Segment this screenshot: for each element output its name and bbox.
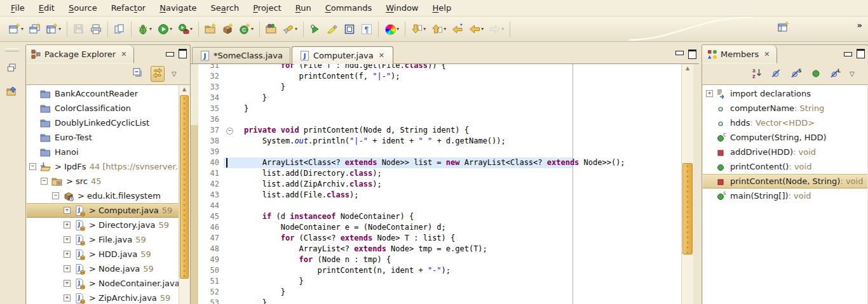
new-package-button[interactable] (220, 22, 234, 36)
dropdown-arrow-icon[interactable]: ▾ (501, 27, 504, 32)
code-line[interactable]: list.add(ZipArchiv.class); (226, 179, 382, 190)
hide-fields-button[interactable] (770, 66, 783, 82)
expand-toggle-icon[interactable]: + (64, 207, 71, 214)
tree-item[interactable]: +J> Node.java59 (27, 261, 179, 276)
back-button[interactable]: ▾ (468, 22, 485, 36)
scroll-up-arrow[interactable]: ▲ (179, 85, 189, 94)
member-item[interactable]: computerName : String (703, 101, 867, 116)
debug-button[interactable]: ▾ (136, 22, 153, 36)
expand-toggle-icon[interactable]: + (64, 251, 71, 258)
menu-navigate[interactable]: Navigate (153, 1, 203, 15)
expand-toggle-icon[interactable]: + (64, 236, 71, 243)
minimize-button[interactable] (675, 51, 684, 55)
copy-resource-button[interactable] (112, 22, 126, 36)
code-line[interactable]: ArrayList<? extends Node> tmp = e.get(T)… (226, 244, 487, 254)
toolbar-overflow-chevron[interactable]: » (857, 20, 862, 30)
new-view-button[interactable]: ▾ (45, 22, 62, 36)
code-line[interactable]: } (226, 276, 304, 287)
tree-item[interactable]: +J> HDD.java59 (27, 247, 179, 261)
tree-item[interactable]: +J> Computer.java59 (27, 203, 179, 218)
collapse-all-button[interactable] (131, 66, 145, 82)
code-line[interactable]: private void printContent(Node d, String… (226, 125, 469, 136)
member-item[interactable]: printContent(Node, String) : void (703, 174, 867, 188)
dropdown-arrow-icon[interactable]: ▾ (481, 27, 484, 32)
open-perspective-button[interactable] (776, 20, 790, 34)
menu-window[interactable]: Window (379, 1, 425, 15)
tree-item[interactable]: −J> IpdFs44 [https://svnserver.i (27, 159, 179, 174)
scroll-up-arrow[interactable]: ▲ (682, 64, 693, 73)
new-wizard-button[interactable]: ▾ (8, 22, 25, 36)
member-item[interactable]: Smain(String[]) : void (703, 188, 867, 203)
mark-occurrences-button[interactable] (325, 22, 339, 36)
code-line[interactable]: list.add(Directory.class); (226, 168, 382, 179)
code-line[interactable]: NodeContainer e = (NodeContainer) d; (226, 222, 446, 233)
code-line[interactable]: for (File f : hdd.get(File.class)) { (226, 64, 446, 71)
tree-item[interactable]: +J> File.java59 (27, 232, 179, 247)
menu-help[interactable]: Help (426, 1, 459, 15)
new-window-button[interactable] (28, 22, 42, 36)
members-tab[interactable]: Members ✕ (702, 45, 777, 63)
view-menu-button[interactable]: ▽ (170, 67, 184, 81)
color-wheel-button[interactable]: ▾ (383, 22, 400, 36)
restore-view-button[interactable] (4, 60, 20, 77)
code-line[interactable]: list.add(File.class); (226, 190, 359, 201)
member-item[interactable]: CComputer(String, HDD) (703, 130, 867, 145)
save-button[interactable] (72, 22, 86, 36)
expand-toggle-icon[interactable]: + (64, 221, 71, 228)
code-line[interactable]: ArrayList<Class<? extends Node>> list = … (226, 157, 625, 168)
dropdown-arrow-icon[interactable]: ▾ (444, 27, 446, 32)
expand-toggle-icon[interactable]: + (64, 265, 71, 272)
editor-tab[interactable]: J*SomeClass.java (192, 47, 290, 63)
tree-item[interactable]: +J> Directory.java59 (27, 218, 179, 232)
package-explorer-tree[interactable]: +BankAccountReader+ColorClassification+D… (27, 85, 179, 304)
previous-annotation-button[interactable]: ▾ (430, 22, 447, 36)
forward-button[interactable]: ▾ (488, 22, 505, 36)
close-icon[interactable]: ✕ (119, 50, 128, 58)
expand-toggle-icon[interactable]: + (706, 90, 713, 97)
members-list[interactable]: +import declarationscomputerName : Strin… (703, 85, 867, 304)
last-edit-location-button[interactable]: * (451, 22, 465, 36)
tree-item[interactable]: +J> ZipArchiv.java59 (27, 291, 179, 304)
code-line[interactable]: printContent(f, "|-"); (226, 71, 400, 82)
sort-button[interactable]: az (750, 66, 764, 82)
dropdown-arrow-icon[interactable]: ▾ (423, 27, 426, 32)
member-item[interactable]: addDrive(HDD) : void (703, 145, 867, 159)
search-flashlight-button[interactable]: ▾ (281, 22, 299, 36)
collapse-toggle-icon[interactable]: − (41, 178, 48, 185)
expand-toggle-icon[interactable]: + (64, 294, 71, 301)
tree-item[interactable]: −> edu.kit.filesystem (27, 188, 179, 203)
tree-item[interactable]: +ColorClassification (27, 101, 179, 116)
scrollbar-thumb[interactable] (180, 95, 189, 279)
scrollbar-thumb[interactable] (682, 163, 693, 254)
tree-item[interactable]: +J> NodeContainer.java59 (27, 276, 179, 291)
package-explorer-scrollbar[interactable]: ▲ (179, 85, 189, 304)
dropdown-arrow-icon[interactable]: ▾ (170, 27, 172, 32)
member-item[interactable]: hdds : Vector<HDD> (703, 116, 867, 130)
dropdown-arrow-icon[interactable]: ▾ (149, 27, 152, 32)
editor-tab[interactable]: JComputer.java✕ (292, 46, 393, 64)
hide-local-types-button[interactable]: L (829, 66, 843, 82)
run-button[interactable]: ▾ (156, 22, 173, 36)
menu-refactor[interactable]: Refactor (104, 1, 153, 15)
code-line[interactable]: } (226, 103, 248, 114)
maximize-button[interactable] (688, 50, 696, 59)
code-line[interactable]: System.out.println("|-" + ident + " " + … (226, 136, 506, 147)
show-selected-element-button[interactable] (342, 22, 356, 36)
code-editor[interactable]: for (File f : hdd.get(File.class)) { pri… (191, 64, 681, 304)
code-line[interactable]: for (Node n : tmp) { (226, 254, 391, 265)
run-external-tools-button[interactable]: ▾ (177, 22, 194, 36)
editor-scrollbar[interactable]: ▲ (681, 64, 693, 304)
code-line[interactable]: printContent(n, ident + "-"); (226, 265, 451, 276)
menu-edit[interactable]: Edit (32, 1, 62, 15)
tree-item[interactable]: +DoublyLinkedCyclicList (27, 116, 179, 130)
dropdown-arrow-icon[interactable]: ▾ (295, 27, 297, 32)
menu-file[interactable]: File (4, 1, 32, 15)
maximize-button[interactable] (179, 49, 187, 58)
next-annotation-button[interactable]: ▾ (410, 22, 427, 36)
member-item[interactable]: +import declarations (703, 86, 867, 101)
show-public-button[interactable] (809, 66, 823, 82)
minimize-button[interactable] (166, 52, 174, 56)
member-item[interactable]: printContent() : void (703, 159, 867, 174)
code-line[interactable]: } (226, 93, 267, 103)
expand-toggle-icon[interactable]: + (64, 280, 71, 287)
